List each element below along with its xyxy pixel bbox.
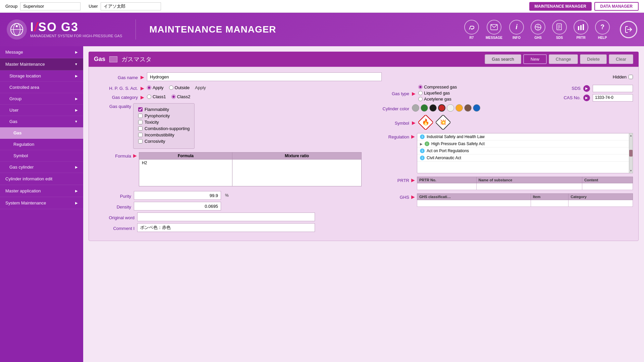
reg-icon-2: i	[425, 141, 429, 146]
regulation-list[interactable]: i Industrial Safety and Health Law ▶ i H…	[417, 133, 633, 173]
liquefied-gas-radio[interactable]: Liquefied gas	[418, 90, 457, 96]
class2-radio[interactable]: Class2	[171, 94, 191, 99]
sidebar-item-cylinder-info[interactable]: Cylinder information edit	[0, 173, 83, 185]
hpgs-outside-radio[interactable]: Outside	[169, 85, 190, 90]
ghs-col-item: Item	[531, 194, 569, 200]
new-button[interactable]: New	[523, 54, 547, 64]
prtr-table-wrapper: PRTR No. Name of substance Content	[417, 177, 633, 190]
sds-icon	[552, 20, 567, 35]
corrosivity-checkbox[interactable]: Corrosivity	[138, 139, 190, 144]
formula-value[interactable]: H2	[139, 160, 232, 186]
nav-info[interactable]: i INFO	[509, 20, 524, 40]
gas-category-row: Gas category ▶ Class1 Class2	[94, 94, 362, 100]
change-button[interactable]: Change	[549, 54, 578, 64]
user-input[interactable]	[101, 2, 161, 10]
nav-ghs[interactable]: GHS	[531, 20, 545, 40]
flammability-checkbox[interactable]: Flammability	[138, 107, 190, 112]
ghs-table-wrapper: GHS classificati… Item Category	[417, 193, 633, 207]
color-white[interactable]	[447, 104, 454, 112]
pyrophoricity-checkbox[interactable]: Pyrophoricity	[138, 113, 190, 118]
sidebar-item-message[interactable]: Message ▶	[0, 46, 83, 58]
gas-search-button[interactable]: Gas search	[485, 54, 521, 64]
clear-button[interactable]: Clear	[609, 54, 633, 64]
regulation-section: Regulation ▶ i Industrial Safety and Hea…	[366, 133, 633, 173]
cas-button[interactable]: ▶	[583, 95, 590, 101]
color-gray[interactable]	[412, 104, 419, 112]
color-yellow[interactable]	[455, 104, 463, 112]
reg-item-3[interactable]: i Act on Port Regulations	[417, 147, 633, 155]
sds-button[interactable]: ▶	[583, 85, 590, 92]
nav-help[interactable]: ? HELP	[595, 20, 610, 40]
prtr-arrow: ▶	[411, 177, 415, 183]
color-dark-green[interactable]	[421, 104, 428, 112]
top-bar-buttons: MAINTENANCE MANAGER DATA MANAGER	[529, 2, 639, 11]
message-label: MESSAGE	[486, 36, 502, 40]
sidebar-item-group[interactable]: Group ▶	[0, 93, 83, 105]
sidebar-item-controlled-area[interactable]: Controlled area	[0, 82, 83, 93]
sidebar-item-master-app[interactable]: Master application ▶	[0, 185, 83, 197]
hpgs-apply-radio[interactable]: Apply	[147, 85, 164, 90]
sidebar-item-gas-cylinder[interactable]: Gas cylinder ▶	[0, 162, 83, 173]
sidebar-item-user-label: User	[9, 108, 18, 113]
sidebar-item-regulation[interactable]: Regulation	[0, 139, 83, 150]
gas-type-row: Gas type ▶ Compressed gas Liquefied gas	[366, 84, 633, 102]
gas-name-arrow: ▶	[141, 74, 144, 80]
density-input[interactable]	[134, 202, 221, 210]
group-input[interactable]	[20, 2, 80, 10]
sidebar-item-storage-location[interactable]: Storage location ▶	[0, 70, 83, 82]
prtr-col-content: Content	[582, 177, 633, 183]
class1-radio[interactable]: Class1	[147, 94, 166, 99]
nav-r7[interactable]: R7	[464, 20, 479, 40]
sidebar-item-gas-label: Gas	[9, 119, 17, 124]
ghs-table: GHS classificati… Item Category	[417, 193, 633, 207]
original-word-input[interactable]	[137, 213, 315, 221]
regulation-scrollbar[interactable]: ▲ ▼	[629, 133, 633, 173]
gas-type-arrow: ▶	[412, 91, 416, 96]
delete-button[interactable]: Delete	[580, 54, 607, 64]
toxicity-checkbox[interactable]: Toxicity	[138, 120, 190, 125]
acetylene-gas-radio[interactable]: Acetylene gas	[418, 97, 457, 102]
reg-item-1[interactable]: i Industrial Safety and Health Law	[417, 133, 633, 140]
comment-input[interactable]	[137, 223, 315, 232]
sidebar-item-gas-cylinder-label: Gas cylinder	[9, 165, 34, 170]
gas-quality-row: Gas quality Flammability Pyrophoricity	[94, 103, 195, 149]
sidebar-item-master-maintenance[interactable]: Master Maintenance ▼	[0, 58, 83, 70]
gas-category-radios: Class1 Class2	[147, 94, 191, 99]
info-label: INFO	[513, 36, 521, 40]
cylinder-color-row: Cylinder color	[366, 104, 633, 112]
cylinder-colors	[412, 104, 480, 112]
color-blue[interactable]	[473, 104, 480, 112]
sidebar-item-symbol[interactable]: Symbol	[0, 150, 83, 162]
reg-label-2: High Pressure Gas Safety Act	[431, 141, 485, 146]
ghs-label: GHS	[534, 36, 542, 40]
combustion-checkbox[interactable]: Combustion-supporting	[138, 126, 190, 131]
hidden-checkbox[interactable]	[629, 75, 633, 79]
compressed-gas-radio[interactable]: Compressed gas	[418, 84, 457, 89]
formula-col2: Mixture ratio	[232, 153, 362, 160]
nav-message[interactable]: MESSAGE	[486, 20, 502, 40]
sidebar-item-gas-sub[interactable]: Gas	[0, 127, 83, 139]
reg-item-2[interactable]: ▶ i High Pressure Gas Safety Act	[417, 140, 633, 147]
hidden-label: Hidden	[613, 74, 627, 79]
sds-value	[593, 85, 633, 92]
info-icon: i	[509, 20, 524, 35]
color-red[interactable]	[438, 104, 445, 112]
color-brown[interactable]	[464, 104, 472, 112]
color-black[interactable]	[429, 104, 437, 112]
maintenance-manager-button[interactable]: MAINTENANCE MANAGER	[529, 2, 592, 11]
nav-prtr[interactable]: PRTR	[574, 20, 588, 40]
sidebar-item-user[interactable]: User ▶	[0, 105, 83, 116]
gas-name-input[interactable]	[147, 72, 382, 81]
data-manager-button[interactable]: DATA MANAGER	[594, 2, 639, 11]
density-label: Density	[94, 203, 131, 209]
sidebar-item-system-maintenance[interactable]: System Maintenance ▶	[0, 197, 83, 209]
sidebar-item-gas[interactable]: Gas ▼	[0, 116, 83, 127]
incombustibility-checkbox[interactable]: Incombustibility	[138, 132, 190, 137]
reg-item-4[interactable]: i Civil Aeronautic Act	[417, 155, 633, 162]
purity-input[interactable]	[134, 191, 221, 200]
exit-button[interactable]	[620, 21, 637, 38]
nav-sds[interactable]: SDS	[552, 20, 567, 40]
cylinder-color-label: Cylinder color	[366, 105, 409, 111]
purity-unit: %	[225, 193, 229, 198]
logo-subtitle: MANAGEMENT SYSTEM FOR HIGH-PRESSURE GAS	[30, 34, 122, 38]
